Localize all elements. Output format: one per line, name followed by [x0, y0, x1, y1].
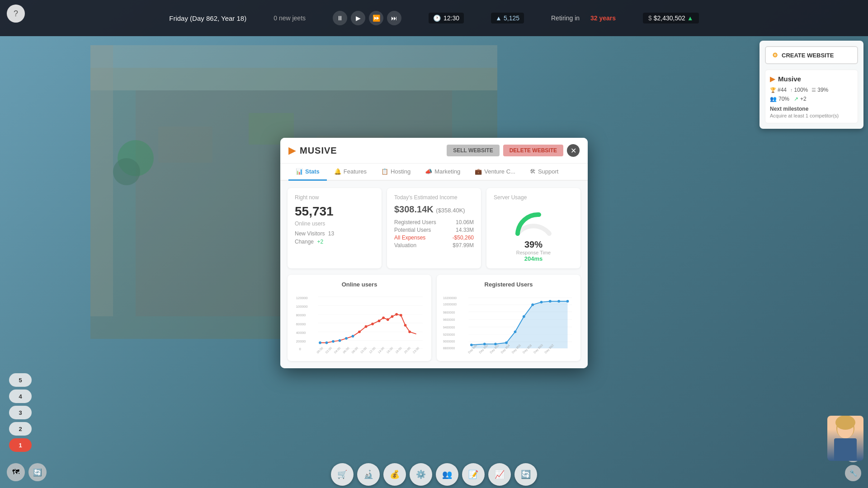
online-chart-title: Online users [294, 281, 425, 288]
svg-point-37 [378, 319, 381, 322]
svg-text:10200000: 10200000 [443, 296, 457, 300]
tab-features-label: Features [344, 168, 367, 175]
response-time-label: Response Time [494, 250, 573, 255]
pause-button[interactable]: ⏸ [333, 11, 347, 25]
delete-website-button[interactable]: DELETE WEBSITE [503, 145, 563, 156]
registered-row: Registered Users 10.06M [394, 219, 474, 225]
site-stats-row: 🏆 #44 ↑ 100% ☰ 39% [770, 87, 853, 93]
svg-point-13 [835, 416, 855, 430]
svg-text:23:00: 23:00 [412, 346, 420, 354]
svg-text:14:00: 14:00 [377, 346, 385, 354]
svg-text:08:00: 08:00 [351, 346, 359, 354]
create-website-button[interactable]: ⚙ CREATE WEBSITE [765, 46, 858, 64]
tab-venture[interactable]: 💼 Venture C... [467, 164, 523, 181]
potential-value: 14.33M [456, 227, 474, 233]
server-usage-title: Server Usage [494, 194, 573, 201]
lab-button[interactable]: 🔬 [357, 463, 380, 486]
sell-website-button[interactable]: SELL WEBSITE [447, 145, 499, 156]
right-now-title: Right now [295, 194, 374, 201]
plus-icon: ⚙ [772, 52, 778, 59]
svg-point-31 [339, 339, 341, 342]
retiring-section: Retiring in 32 years [551, 14, 616, 22]
tab-stats[interactable]: 📊 Stats [288, 164, 327, 181]
new-visitors-value: 13 [328, 230, 334, 237]
hosting-icon: 📋 [381, 168, 388, 175]
close-modal-button[interactable]: ✕ [567, 144, 580, 157]
bottom-toolbar: 🛒 🔬 💰 ⚙️ 👥 📝 📈 🔄 [0, 461, 868, 488]
play-button[interactable]: ▶ [351, 11, 365, 25]
svg-point-39 [387, 318, 389, 321]
avatar-image [827, 416, 863, 461]
stats-icon: 📊 [296, 168, 303, 175]
tab-marketing-label: Marketing [434, 168, 460, 175]
analytics-button[interactable]: 📈 [488, 463, 511, 486]
svg-rect-2 [90, 45, 497, 90]
svg-text:120000: 120000 [296, 296, 308, 300]
faster-button[interactable]: ⏭ [387, 11, 401, 25]
finance-button[interactable]: 💰 [383, 463, 406, 486]
level-3-button[interactable]: 3 [9, 406, 32, 419]
tab-marketing[interactable]: 📣 Marketing [418, 164, 467, 181]
rank-stat: 🏆 #44 [770, 87, 787, 93]
income-title: Today's Estimated Income [394, 194, 474, 201]
svg-text:18:00: 18:00 [395, 346, 402, 354]
change-row: Change +2 [295, 239, 374, 245]
change-value: +2 [317, 239, 323, 245]
triangle-icon: ▲ [495, 14, 502, 22]
svg-point-43 [404, 324, 407, 327]
svg-point-29 [326, 342, 328, 344]
svg-point-82 [557, 300, 560, 303]
potential-label: Potential Users [394, 227, 431, 233]
svg-point-40 [391, 315, 394, 318]
svg-text:04:00: 04:00 [334, 346, 341, 354]
growth-value-2: +2 [800, 96, 807, 102]
settings-button[interactable]: ⚙️ [410, 463, 432, 486]
svg-text:10:00: 10:00 [360, 346, 368, 354]
level-5-button[interactable]: 5 [9, 373, 32, 387]
time-value: 12:30 [443, 14, 459, 22]
svg-point-34 [358, 330, 361, 333]
tab-support[interactable]: 🛠 Support [523, 164, 566, 181]
notes-button[interactable]: 📝 [462, 463, 485, 486]
share-icon: ☰ [811, 87, 816, 93]
features-icon: 🔔 [334, 168, 341, 175]
shop-button[interactable]: 🛒 [331, 463, 354, 486]
share-stat: ☰ 39% [811, 87, 828, 93]
svg-point-78 [523, 315, 525, 318]
venture-icon: 💼 [475, 168, 482, 175]
help-button[interactable]: ? [7, 5, 25, 23]
level-4-button[interactable]: 4 [9, 389, 32, 403]
growth-item-2: ↗ +2 [794, 96, 807, 102]
money-display: $ $2,430,502 ▲ [643, 13, 699, 23]
server-usage-card: Server Usage 39% Response Time 204ms [486, 188, 580, 268]
clock-icon: 🕐 [433, 14, 441, 22]
level-2-button[interactable]: 2 [9, 422, 32, 436]
milestone-section: Next milestone Acquire at least 1 compet… [770, 106, 853, 118]
wrench-button[interactable]: 🔧 [845, 465, 861, 481]
site-growth: 👥 70% ↗ +2 [770, 96, 853, 102]
potential-row: Potential Users 14.33M [394, 227, 474, 233]
growth-item-1: 👥 70% [770, 96, 789, 102]
registered-users-chart: Registered Users 10200000 10000000 98000… [437, 275, 580, 361]
svg-text:9000000: 9000000 [443, 340, 455, 343]
create-website-label: CREATE WEBSITE [782, 52, 834, 59]
svg-rect-3 [90, 45, 113, 316]
svg-point-44 [408, 330, 411, 333]
transfer-button[interactable]: 🔄 [514, 463, 537, 486]
tab-hosting[interactable]: 📋 Hosting [374, 164, 418, 181]
musive-modal: ▶ MUSIVE SELL WEBSITE DELETE WEBSITE ✕ 📊… [280, 138, 588, 368]
change-label: Change [295, 239, 314, 245]
people-button[interactable]: 👥 [436, 463, 458, 486]
svg-point-38 [382, 317, 385, 319]
registered-chart-title: Registered Users [443, 281, 574, 288]
svg-text:12:00: 12:00 [368, 346, 376, 354]
tab-features[interactable]: 🔔 Features [327, 164, 374, 181]
online-users-value: 55,731 [295, 204, 374, 219]
svg-point-77 [514, 330, 517, 333]
level-1-button[interactable]: 1 [9, 438, 32, 452]
svg-rect-4 [158, 127, 212, 163]
stats-cards-row: Right now 55,731 Online users New Visito… [288, 188, 580, 268]
quality-stat: ↑ 100% [790, 87, 808, 93]
fast-button[interactable]: ⏩ [369, 11, 383, 25]
rank-value: #44 [778, 87, 787, 93]
